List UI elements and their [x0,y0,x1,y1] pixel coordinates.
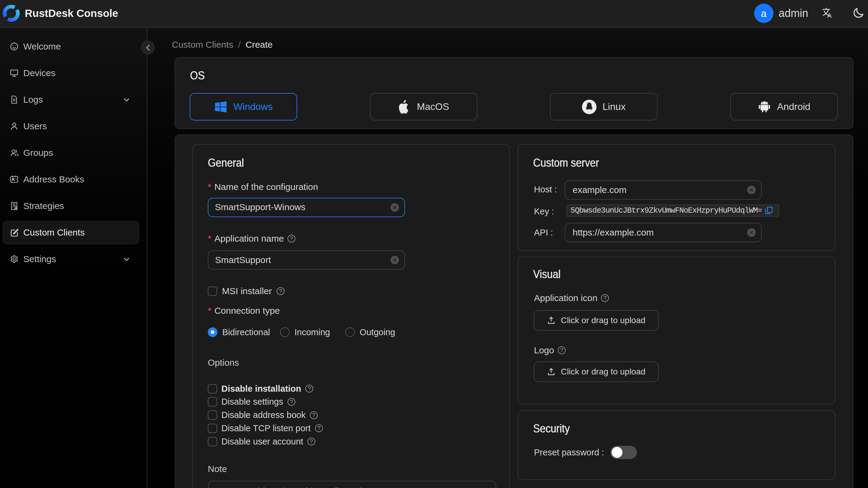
svg-text:A: A [827,12,832,18]
